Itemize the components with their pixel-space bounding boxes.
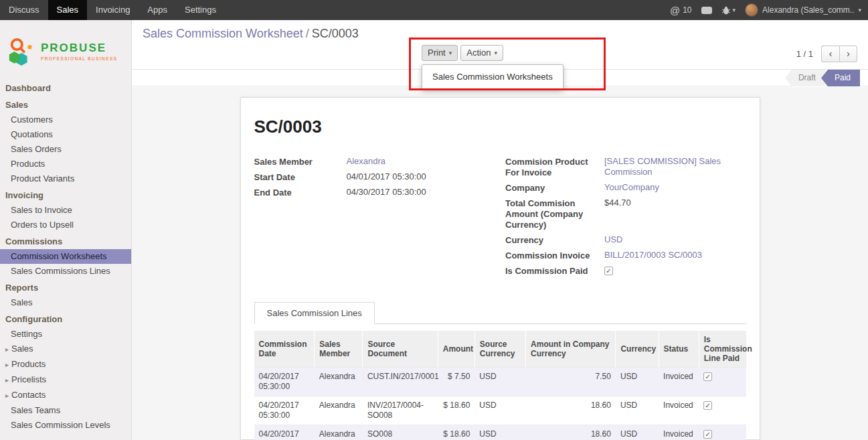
cell-commission-date: 04/20/2017 05:30:00: [254, 396, 315, 425]
checked-checkbox-icon: ✓: [703, 401, 712, 410]
table-row[interactable]: 04/20/2017 05:30:00 Alexandra CUST.IN/20…: [254, 368, 746, 396]
chevron-right-icon: ›: [847, 48, 850, 59]
menu-settings[interactable]: Settings: [176, 0, 225, 20]
column-header-amount-company[interactable]: Amount in Company Currency: [526, 331, 616, 368]
status-draft[interactable]: Draft: [785, 70, 825, 86]
action-button[interactable]: Action ▾: [460, 45, 503, 61]
chevron-right-icon: ▸: [5, 376, 9, 384]
sidebar-item-sales-teams[interactable]: Sales Teams: [0, 403, 131, 418]
sidebar-section-dashboard[interactable]: Dashboard: [0, 79, 131, 96]
sidebar-item-product-variants[interactable]: Product Variants: [0, 171, 131, 186]
sidebar-item-config-sales[interactable]: ▸Sales: [0, 342, 131, 357]
cell-commission-date: 04/20/2017 10:35:53: [254, 425, 315, 440]
status-paid[interactable]: Paid: [821, 70, 860, 86]
probuse-logo-icon: [7, 36, 36, 67]
cell-source-document: SO008: [363, 425, 438, 440]
sidebar-section-invoicing[interactable]: Invoicing: [0, 186, 131, 203]
column-header-commission-date[interactable]: Commission Date: [254, 331, 315, 368]
cell-status: Invoiced: [659, 396, 699, 425]
pager-previous-button[interactable]: ‹: [821, 46, 839, 62]
field-value-start-date: 04/01/2017 05:30:00: [347, 171, 426, 183]
cell-sales-member: Alexandra: [315, 396, 363, 425]
cell-currency: USD: [616, 396, 659, 425]
menu-apps[interactable]: Apps: [139, 0, 176, 20]
sidebar-section-commissions[interactable]: Commissions: [0, 232, 131, 249]
sidebar-item-orders-to-upsell[interactable]: Orders to Upsell: [0, 218, 131, 232]
chevron-down-icon: ▾: [733, 7, 736, 13]
sidebar-item-sales-orders[interactable]: Sales Orders: [0, 142, 131, 157]
sidebar-item-sales-commission-levels[interactable]: Sales Commission Levels: [0, 418, 131, 433]
sidebar-item-settings[interactable]: Settings: [0, 327, 131, 342]
chat-icon[interactable]: [701, 7, 712, 14]
sidebar-section-reports[interactable]: Reports: [0, 279, 131, 295]
column-header-amount[interactable]: Amount: [438, 331, 474, 368]
table-row[interactable]: 04/20/2017 05:30:00 Alexandra INV/2017/0…: [254, 396, 746, 425]
sidebar: PROBUSE PROFESSIONAL BUSINESS Dashboard …: [0, 20, 132, 440]
sidebar-item-customers[interactable]: Customers: [0, 113, 131, 127]
menu-invoicing[interactable]: Invoicing: [87, 0, 139, 20]
print-button[interactable]: Print ▾: [422, 45, 458, 61]
field-value-commission-product[interactable]: [SALES COMMISSION] Sales Commission: [604, 156, 721, 177]
logo-subtitle: PROFESSIONAL BUSINESS: [41, 56, 117, 61]
column-header-source-document[interactable]: Source Document: [363, 331, 438, 368]
cell-source-currency: USD: [474, 396, 525, 425]
sidebar-section-sales[interactable]: Sales: [0, 96, 131, 113]
menu-sales[interactable]: Sales: [48, 0, 88, 20]
sidebar-item-commission-worksheets[interactable]: Commission Worksheets: [0, 249, 131, 264]
sidebar-item-label: Sales: [11, 344, 33, 354]
sidebar-item-config-products[interactable]: ▸Products: [0, 357, 131, 372]
sidebar-item-sales-to-invoice[interactable]: Sales to Invoice: [0, 203, 131, 218]
field-value-currency[interactable]: USD: [604, 234, 622, 244]
breadcrumb: Sales Commission Worksheet/SC/0003: [143, 27, 359, 41]
field-row: Commision Product For Invoice [SALES COM…: [505, 156, 746, 178]
menu-discuss[interactable]: Discuss: [0, 0, 48, 20]
sidebar-section-configuration[interactable]: Configuration: [0, 310, 131, 327]
cell-amount: $ 18.60: [438, 425, 474, 440]
field-value-total-commission: $44.70: [604, 198, 631, 230]
chevron-right-icon: ▸: [5, 346, 9, 353]
main-content: Sales Commission Worksheet/SC/0003 Print…: [132, 20, 868, 440]
column-header-line-paid[interactable]: Is Commission Line Paid: [699, 331, 746, 368]
menu-item-sales-commission-worksheets[interactable]: Sales Commission Worksheets: [422, 68, 563, 86]
sidebar-item-contacts[interactable]: ▸Contacts: [0, 388, 131, 403]
sidebar-item-label: Products: [11, 359, 46, 369]
field-row: Start Date 04/01/2017 05:30:00: [254, 171, 501, 183]
field-value-sales-member[interactable]: Alexandra: [347, 156, 386, 166]
field-label-company: Company: [505, 182, 604, 194]
field-value-company[interactable]: YourCompany: [604, 182, 659, 192]
chevron-down-icon: ▾: [858, 7, 861, 13]
user-menu[interactable]: Alexandra (Sales_comm.. ▾: [745, 3, 861, 17]
sidebar-item-quotations[interactable]: Quotations: [0, 127, 131, 142]
sidebar-item-sales-commissions-lines[interactable]: Sales Commissions Lines: [0, 264, 131, 279]
debug-menu[interactable]: ▾: [721, 6, 736, 15]
mention-count: 10: [683, 5, 691, 15]
cell-source-currency: USD: [474, 425, 525, 440]
field-label-commission-product: Commision Product For Invoice: [505, 156, 604, 178]
form-fields: Sales Member Alexandra Start Date 04/01/…: [254, 156, 746, 281]
field-label-end-date: End Date: [254, 187, 347, 198]
table-row[interactable]: 04/20/2017 10:35:53 Alexandra SO008 $ 18…: [254, 425, 746, 440]
announcements-button[interactable]: @ 10: [670, 5, 692, 16]
chevron-down-icon: ▾: [449, 50, 452, 56]
cell-amount-company: 7.50: [526, 368, 616, 396]
pager-next-button[interactable]: ›: [839, 46, 857, 62]
breadcrumb-parent-link[interactable]: Sales Commission Worksheet: [143, 27, 303, 40]
sidebar-item-reports-sales[interactable]: Sales: [0, 295, 131, 310]
mention-icon: @: [670, 5, 680, 16]
tab-bar: Sales Commission Lines: [254, 302, 746, 324]
cell-source-currency: USD: [474, 368, 525, 396]
sidebar-item-label: Contacts: [11, 390, 46, 400]
sidebar-item-products[interactable]: Products: [0, 157, 131, 171]
column-header-currency[interactable]: Currency: [616, 331, 659, 368]
column-header-sales-member[interactable]: Sales Member: [315, 331, 363, 368]
column-header-status[interactable]: Status: [659, 331, 699, 368]
cell-line-paid: ✓: [699, 425, 746, 440]
tab-sales-commission-lines[interactable]: Sales Commission Lines: [254, 302, 375, 324]
field-label-total-commission: Total Commision Amount (Company Currency…: [505, 198, 604, 230]
toolbar: Print ▾ Action ▾: [422, 45, 506, 61]
cell-amount: $ 7.50: [438, 368, 474, 396]
sidebar-item-pricelists[interactable]: ▸Pricelists: [0, 372, 131, 388]
field-value-commission-invoice[interactable]: BILL/2017/0003 SC/0003: [604, 250, 702, 260]
column-header-source-currency[interactable]: Source Currency: [474, 331, 525, 368]
field-row: End Date 04/30/2017 05:30:00: [254, 187, 501, 198]
